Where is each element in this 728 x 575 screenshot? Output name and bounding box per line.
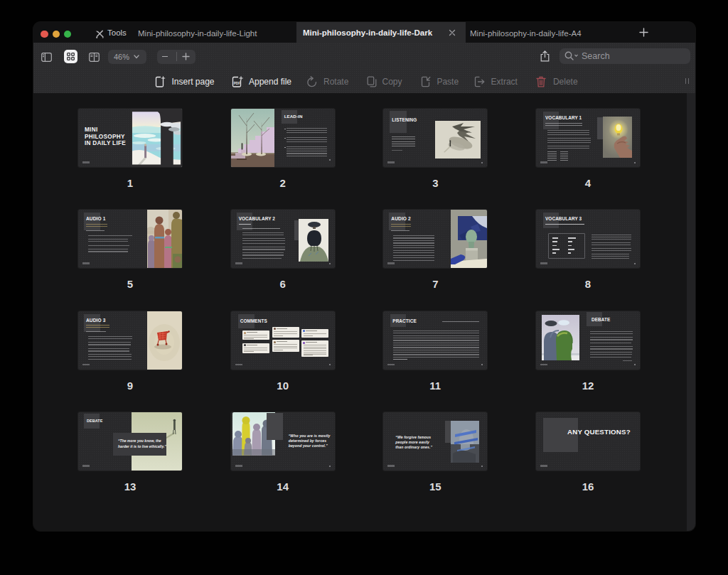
svg-text:PDF: PDF [234,82,240,85]
